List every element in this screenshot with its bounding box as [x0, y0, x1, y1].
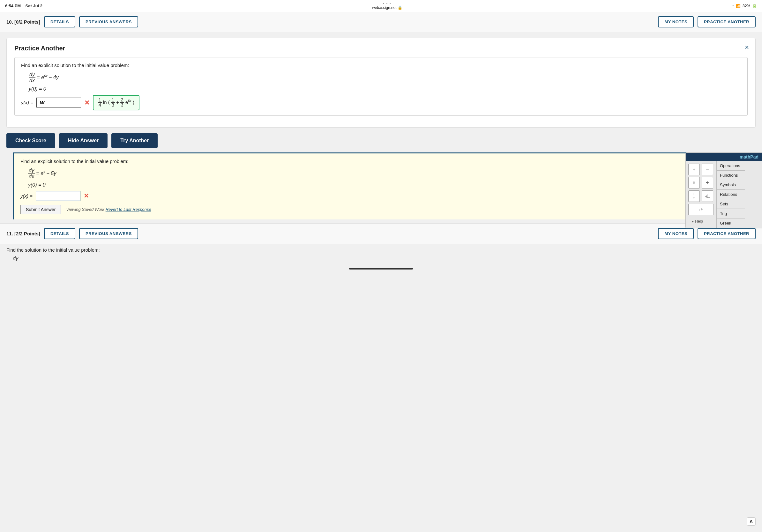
q11-header-left: 11. [2/2 Points] DETAILS PREVIOUS ANSWER…	[6, 228, 138, 239]
check-score-button[interactable]: Check Score	[6, 133, 55, 148]
main-answer-row: y(x) = ✕	[21, 191, 756, 201]
dots-icon: • • •	[383, 2, 391, 5]
tab-operations[interactable]: Operations	[717, 161, 745, 170]
try-another-button[interactable]: Try Another	[112, 133, 158, 148]
battery-icon: 🔋	[752, 4, 757, 8]
practice-problem-box: Find an explicit solution to the initial…	[14, 57, 748, 116]
main-wrong-mark: ✕	[84, 192, 89, 200]
practice-answer-row: y(x) = ✕ 1 4 ln ( 1 3 +	[21, 95, 741, 110]
mathpad-help[interactable]: ● Help	[688, 217, 714, 226]
wrong-mark: ✕	[84, 99, 90, 106]
date: Sat Jul 2	[26, 4, 42, 8]
main-equation: dy dx = ex − 5y	[28, 168, 756, 179]
submit-answer-button[interactable]: Submit Answer	[21, 205, 61, 214]
submit-row: Submit Answer Viewing Saved Work Revert …	[21, 205, 756, 214]
practice-answer-input[interactable]	[37, 98, 81, 107]
my-notes-button[interactable]: MY NOTES	[658, 16, 694, 28]
status-right: ↑ 📶 32% 🔋	[732, 4, 757, 8]
lock-icon: 🔒	[398, 5, 402, 10]
tab-symbols[interactable]: Symbols	[717, 180, 745, 190]
mathpad-row-2: × ÷	[688, 177, 714, 188]
q10-label: 10. [0/2 Points]	[6, 19, 40, 25]
practice-another-button-top[interactable]: PRACTICE ANOTHER	[698, 16, 756, 28]
q11-label: 11. [2/2 Points]	[6, 231, 40, 236]
q11-problem-text: Find the solution to the initial value p…	[6, 247, 756, 253]
q11-header-right: MY NOTES PRACTICE ANOTHER	[658, 228, 756, 239]
matrix-key[interactable]: □□	[688, 204, 714, 215]
status-center: • • • webassign.net 🔒	[372, 2, 402, 10]
mathpad-keys: + − × ÷ □ □ √□	[686, 161, 717, 228]
tab-greek[interactable]: Greek	[717, 219, 745, 228]
mathpad-panel: mathPad + − × ÷ □ □	[685, 153, 762, 229]
bottom-bar	[349, 268, 413, 270]
practice-panel-title: Practice Another	[14, 45, 748, 52]
mathpad-header: mathPad	[686, 153, 762, 161]
mathpad-row-3: □ □ √□	[688, 190, 714, 202]
q11-my-notes-button[interactable]: MY NOTES	[658, 228, 694, 239]
q11-previous-answers-button[interactable]: PREVIOUS ANSWERS	[79, 228, 138, 239]
q10-header-left: 10. [0/2 Points] DETAILS PREVIOUS ANSWER…	[6, 16, 138, 28]
time: 6:54 PM	[5, 4, 21, 8]
fraction-key[interactable]: □ □	[688, 190, 700, 202]
tab-functions[interactable]: Functions	[717, 170, 745, 180]
tab-relations[interactable]: Relations	[717, 190, 745, 199]
practice-another-panel: Practice Another × Find an explicit solu…	[6, 38, 756, 128]
mathpad-row-4: □□	[688, 204, 714, 215]
wifi-icon: 📶	[736, 4, 741, 8]
mathpad-body: + − × ÷ □ □ √□	[686, 161, 762, 228]
location-icon: ↑	[732, 4, 734, 8]
question-10-header: 10. [0/2 Points] DETAILS PREVIOUS ANSWER…	[0, 12, 762, 32]
q10-header-right: MY NOTES PRACTICE ANOTHER	[658, 16, 756, 28]
q11-dy: dy	[13, 256, 749, 262]
tab-sets[interactable]: Sets	[717, 199, 745, 209]
hide-answer-button[interactable]: Hide Answer	[59, 133, 108, 148]
main-answer-label: y(x) =	[21, 193, 33, 199]
q11-practice-another-button[interactable]: PRACTICE ANOTHER	[698, 228, 756, 239]
help-icon: ●	[692, 219, 694, 224]
practice-answer-label: y(x) =	[21, 100, 33, 105]
main-question-area: Find an explicit solution to the initial…	[13, 153, 762, 220]
status-bar: 6:54 PM Sat Jul 2 • • • webassign.net 🔒 …	[0, 0, 762, 12]
multiply-key[interactable]: ×	[688, 177, 700, 188]
practice-equation: dy dx = e6x − 4y	[29, 72, 741, 84]
main-problem-text: Find an explicit solution to the initial…	[21, 159, 756, 164]
viewing-saved-text: Viewing Saved Work Revert to Last Respon…	[66, 207, 151, 212]
sqrt-key[interactable]: √□	[702, 190, 713, 202]
revert-link[interactable]: Revert to Last Response	[106, 207, 151, 212]
action-buttons-row: Check Score Hide Answer Try Another	[6, 133, 756, 148]
question-11-header: 11. [2/2 Points] DETAILS PREVIOUS ANSWER…	[0, 223, 762, 244]
status-time-date: 6:54 PM Sat Jul 2	[5, 4, 42, 8]
practice-problem-text: Find an explicit solution to the initial…	[21, 62, 741, 68]
divide-key[interactable]: ÷	[702, 177, 713, 188]
mathpad-row-1: + −	[688, 164, 714, 175]
practice-initial-condition: y(0) = 0	[29, 86, 741, 92]
main-initial-condition: y(0) = 0	[28, 182, 756, 188]
close-button[interactable]: ×	[745, 43, 749, 52]
previous-answers-button[interactable]: PREVIOUS ANSWERS	[79, 16, 138, 28]
q11-details-button[interactable]: DETAILS	[44, 228, 75, 239]
battery-percent: 32%	[742, 4, 750, 8]
main-answer-input[interactable]	[36, 191, 80, 201]
shown-answer: 1 4 ln ( 1 3 + 2 3 e6x )	[93, 95, 139, 110]
mathpad-sidebar: Operations Functions Symbols Relations S…	[717, 161, 745, 228]
minus-key[interactable]: −	[702, 164, 713, 175]
tab-trig[interactable]: Trig	[717, 209, 745, 219]
plus-key[interactable]: +	[688, 164, 700, 175]
main-question-wrapper: Find an explicit solution to the initial…	[6, 153, 762, 220]
details-button[interactable]: DETAILS	[44, 16, 75, 28]
website-url: webassign.net 🔒	[372, 5, 402, 10]
